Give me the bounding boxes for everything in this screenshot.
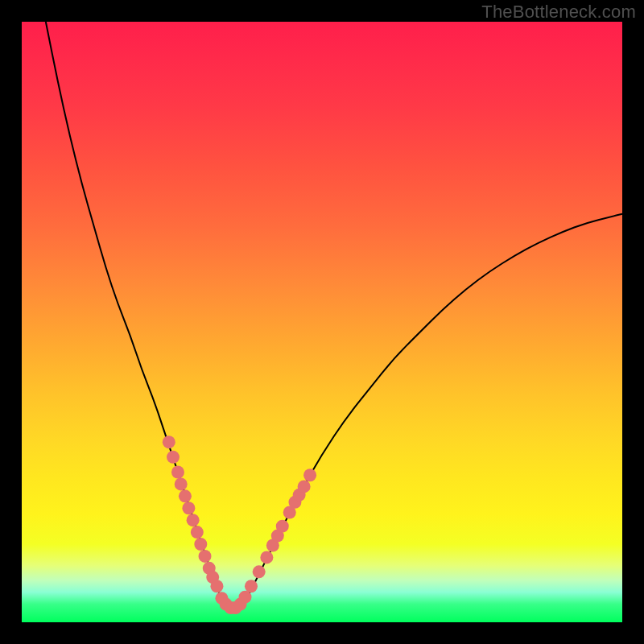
chart-plot-area — [22, 22, 622, 622]
sample-dots — [163, 436, 316, 614]
sample-dot — [245, 580, 258, 592]
sample-dot — [199, 550, 212, 563]
sample-dot — [182, 502, 195, 514]
sample-dot — [210, 580, 223, 592]
sample-dot — [260, 551, 273, 564]
sample-dot — [303, 469, 316, 481]
sample-dot — [187, 514, 200, 526]
sample-dot — [276, 520, 289, 533]
bottleneck-curve — [46, 22, 622, 609]
sample-dot — [167, 451, 180, 464]
sample-dot — [298, 480, 311, 493]
chart-svg — [22, 22, 622, 622]
sample-dot — [253, 565, 266, 578]
watermark-label: TheBottleneck.com — [481, 2, 636, 23]
sample-dot — [175, 477, 188, 490]
chart-frame: TheBottleneck.com — [0, 0, 644, 644]
sample-dot — [163, 436, 175, 448]
sample-dot — [191, 526, 204, 539]
sample-dot — [171, 466, 184, 479]
sample-dot — [194, 538, 207, 551]
sample-dot — [179, 489, 192, 502]
sample-dot — [239, 591, 252, 604]
